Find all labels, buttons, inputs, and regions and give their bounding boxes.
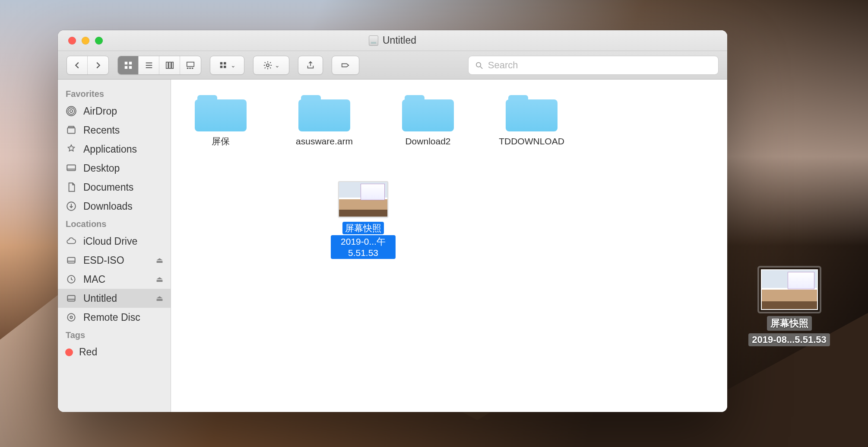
sidebar-header-tags: Tags: [58, 327, 171, 343]
sidebar-item-label: AirDrop: [83, 105, 117, 117]
search-input[interactable]: [488, 60, 712, 71]
share-button-wrap: [298, 56, 323, 75]
file-label-line2: 2019-0...午5.51.53: [331, 235, 396, 259]
chevron-right-icon: [93, 61, 103, 70]
sidebar: Favorites AirDrop Recents Applications: [58, 80, 171, 412]
svg-rect-8: [187, 67, 189, 69]
svg-rect-11: [220, 62, 223, 64]
share-button[interactable]: [298, 56, 323, 74]
folder-item[interactable]: TDDOWNLOAD: [499, 93, 564, 147]
svg-point-16: [476, 62, 481, 67]
sidebar-item-desktop[interactable]: Desktop: [58, 159, 171, 178]
gallery-icon: [185, 61, 196, 70]
documents-icon: [65, 181, 77, 193]
arrange-icon: [219, 61, 229, 70]
svg-rect-0: [124, 61, 127, 64]
content-area[interactable]: 屏保 asusware.arm Download2 TDDOWNLOAD: [171, 80, 727, 412]
view-buttons: [117, 56, 201, 75]
titlebar[interactable]: Untitled: [58, 30, 727, 51]
tags-button-wrap: [332, 56, 359, 75]
svg-rect-3: [129, 66, 131, 68]
close-button[interactable]: [68, 37, 76, 45]
svg-rect-2: [124, 66, 127, 68]
list-view-button[interactable]: [139, 56, 159, 74]
svg-point-15: [266, 64, 269, 66]
sidebar-item-icloud[interactable]: iCloud Drive: [58, 232, 171, 251]
desktop-file-label-line1: 屏幕快照: [767, 316, 812, 331]
sidebar-item-label: Red: [79, 346, 97, 358]
optical-icon: [65, 311, 77, 323]
folder-label: TDDOWNLOAD: [499, 136, 564, 147]
search-field[interactable]: [468, 56, 719, 75]
sidebar-item-remote-disc[interactable]: Remote Disc: [58, 308, 171, 327]
desktop-file-label-line2: 2019-08...5.51.53: [748, 333, 830, 346]
desktop-icon: [65, 162, 77, 174]
minimize-button[interactable]: [82, 37, 89, 45]
disk-icon: [65, 292, 77, 304]
folder-icon: [195, 93, 247, 131]
svg-point-19: [68, 108, 74, 114]
tags-button[interactable]: [332, 56, 359, 74]
column-view-button[interactable]: [159, 56, 180, 74]
sidebar-item-mac[interactable]: MAC ⏏: [58, 270, 171, 289]
desktop-thumb-frame: [757, 266, 821, 313]
svg-rect-27: [67, 296, 75, 301]
sidebar-item-label: ESD-ISO: [83, 255, 124, 266]
svg-rect-10: [192, 67, 193, 69]
gallery-view-button[interactable]: [180, 56, 201, 74]
eject-icon[interactable]: ⏏: [156, 294, 163, 303]
svg-point-18: [70, 110, 73, 113]
applications-icon: [65, 143, 77, 155]
sidebar-item-downloads[interactable]: Downloads: [58, 197, 171, 216]
toolbar: ⌄ ⌄: [58, 51, 727, 80]
screenshot-thumb-icon: [761, 269, 818, 310]
sidebar-item-untitled[interactable]: Untitled ⏏: [58, 289, 171, 308]
timemachine-icon: [65, 273, 77, 285]
sidebar-item-recents[interactable]: Recents: [58, 121, 171, 140]
list-icon: [144, 61, 154, 70]
sidebar-item-airdrop[interactable]: AirDrop: [58, 102, 171, 121]
svg-rect-5: [169, 62, 171, 68]
folder-icon: [298, 93, 350, 131]
zoom-button[interactable]: [95, 37, 103, 45]
sidebar-item-label: Applications: [83, 144, 137, 155]
icon-view-button[interactable]: [118, 56, 139, 74]
sidebar-item-label: Recents: [83, 125, 120, 136]
columns-icon: [165, 61, 175, 70]
svg-point-29: [70, 316, 72, 318]
share-icon: [305, 61, 316, 70]
svg-rect-23: [67, 165, 76, 170]
back-button[interactable]: [67, 56, 88, 74]
desktop-file-item[interactable]: 屏幕快照 2019-08...5.51.53: [743, 266, 836, 346]
sidebar-item-label: MAC: [83, 274, 105, 285]
sidebar-item-esd-iso[interactable]: ESD-ISO ⏏: [58, 251, 171, 270]
tag-dot-icon: [65, 348, 73, 356]
sidebar-item-tag-red[interactable]: Red: [58, 343, 171, 361]
eject-icon[interactable]: ⏏: [156, 255, 163, 265]
svg-rect-22: [69, 126, 74, 128]
recents-icon: [65, 124, 77, 136]
annotation-arrow: [529, 261, 727, 382]
action-button[interactable]: ⌄: [253, 56, 289, 74]
file-item-selected[interactable]: 屏幕快照 2019-0...午5.51.53: [331, 181, 396, 259]
forward-button[interactable]: [88, 56, 108, 74]
eject-icon[interactable]: ⏏: [156, 275, 163, 284]
svg-rect-6: [171, 62, 173, 68]
chevron-left-icon: [72, 61, 82, 70]
folder-item[interactable]: asusware.arm: [292, 93, 357, 147]
svg-line-17: [480, 67, 482, 69]
folder-item[interactable]: Download2: [396, 93, 460, 147]
chevron-down-icon: ⌄: [231, 62, 236, 69]
window-controls: [58, 30, 113, 51]
sidebar-item-applications[interactable]: Applications: [58, 140, 171, 159]
sidebar-item-documents[interactable]: Documents: [58, 178, 171, 197]
tag-icon: [340, 61, 351, 70]
folder-label: asusware.arm: [296, 136, 353, 147]
folder-item[interactable]: 屏保: [188, 93, 253, 147]
folder-icon: [506, 93, 558, 131]
folder-label: Download2: [405, 136, 450, 147]
icloud-icon: [65, 235, 77, 247]
nav-buttons: [67, 56, 109, 75]
group-by-button[interactable]: ⌄: [210, 56, 244, 74]
group-by-button-wrap: ⌄: [210, 56, 244, 75]
